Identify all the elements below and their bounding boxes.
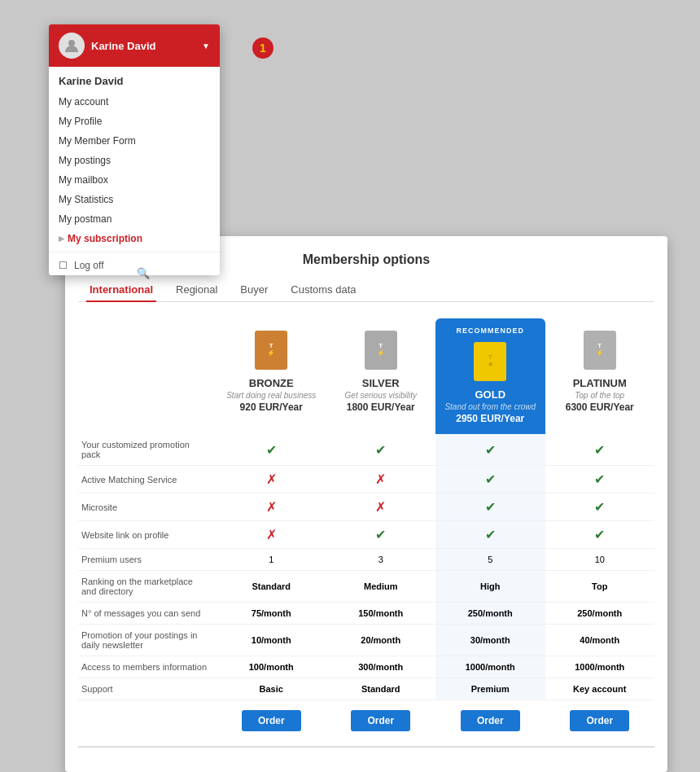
main-container: oducts? 🔍 1 Karine David ▼ Karine David … bbox=[0, 0, 700, 73]
avatar bbox=[59, 33, 85, 59]
silver-icon: T⚡ bbox=[361, 328, 400, 372]
feature-val-silver-9: Standard bbox=[326, 678, 436, 700]
feature-val-gold-7: 30/month bbox=[435, 625, 545, 656]
feature-val-platinum-6: 250/month bbox=[545, 603, 655, 625]
feature-label-9: Support bbox=[78, 678, 217, 700]
order-cell-platinum: Order bbox=[545, 700, 655, 738]
feature-val-platinum-5: Top bbox=[545, 571, 655, 603]
feature-val-gold-1: ✔ bbox=[435, 466, 545, 493]
feature-val-bronze-5: Standard bbox=[217, 571, 326, 603]
feature-val-bronze-9: Basic bbox=[217, 678, 326, 700]
feature-label-2: Microsite bbox=[78, 493, 217, 521]
feature-label-5: Ranking on the marketplace and directory bbox=[78, 571, 217, 603]
gold-icon: T★ bbox=[470, 340, 510, 384]
order-button-platinum[interactable]: Order bbox=[570, 710, 629, 731]
order-cell-gold: Order bbox=[435, 700, 545, 738]
feature-val-silver-3: ✔ bbox=[326, 521, 436, 549]
menu-item-my-profile[interactable]: My Profile bbox=[49, 112, 220, 131]
search-icon[interactable]: 🔍 bbox=[137, 267, 150, 279]
feature-label-0: Your customized promotion pack bbox=[78, 434, 217, 466]
silver-price: 1800 EUR/Year bbox=[331, 401, 431, 413]
header-username: Karine David bbox=[91, 40, 195, 52]
menu-item-my-account[interactable]: My account bbox=[49, 92, 220, 112]
menu-item-my-subscription[interactable]: My subscription bbox=[49, 229, 220, 248]
feature-label-8: Access to members information bbox=[78, 656, 217, 678]
silver-box: T⚡ bbox=[365, 331, 397, 370]
feature-val-platinum-1: ✔ bbox=[545, 466, 655, 493]
feature-val-bronze-7: 10/month bbox=[217, 625, 326, 656]
feature-label-1: Active Matching Service bbox=[78, 466, 217, 493]
menu-item-my-postings[interactable]: My postings bbox=[49, 151, 220, 170]
bronze-name: BRONZE bbox=[221, 377, 322, 389]
panel-bottom-border bbox=[78, 746, 654, 748]
feature-val-bronze-4: 1 bbox=[217, 549, 326, 571]
tab-international[interactable]: International bbox=[86, 279, 156, 302]
feature-val-gold-4: 5 bbox=[435, 549, 545, 571]
feature-label-7: Promotion of your postings in daily news… bbox=[78, 625, 217, 656]
feature-label-6: N° of messages you can send bbox=[78, 603, 217, 625]
feature-val-bronze-0: ✔ bbox=[217, 434, 326, 466]
tabs-row: International Regional Buyer Customs dat… bbox=[78, 279, 654, 302]
plan-header-bronze: T⚡ BRONZE Start doing real business 920 … bbox=[217, 318, 326, 434]
gold-name: GOLD bbox=[440, 388, 540, 401]
menu-item-my-member-form[interactable]: My Member Form bbox=[49, 131, 220, 151]
gold-tagline: Stand out from the crowd bbox=[440, 402, 540, 411]
menu-item-my-postman[interactable]: My postman bbox=[49, 209, 220, 229]
gold-box: T★ bbox=[474, 342, 506, 381]
bronze-icon: T⚡ bbox=[252, 328, 291, 372]
feature-val-silver-1: ✗ bbox=[326, 466, 436, 493]
platinum-tagline: Top of the top bbox=[550, 391, 650, 400]
platinum-price: 6300 EUR/Year bbox=[550, 401, 650, 413]
order-button-gold[interactable]: Order bbox=[461, 710, 520, 731]
dropdown-menu-list: My account My Profile My Member Form My … bbox=[49, 92, 220, 275]
plans-label-spacer bbox=[78, 318, 217, 434]
feature-val-platinum-3: ✔ bbox=[545, 521, 655, 549]
dropdown-menu-card: Karine David ▼ Karine David My account M… bbox=[49, 24, 220, 275]
plan-header-platinum: T⚡ PLATINUM Top of the top 6300 EUR/Year bbox=[545, 318, 655, 434]
menu-item-log-off[interactable]: Log off bbox=[49, 256, 220, 275]
menu-divider bbox=[49, 252, 220, 252]
membership-panel: Membership options International Regiona… bbox=[65, 236, 667, 772]
dropdown-chevron-icon: ▼ bbox=[202, 42, 210, 50]
feature-val-gold-9: Premium bbox=[435, 678, 545, 700]
menu-item-my-statistics[interactable]: My Statistics bbox=[49, 190, 220, 209]
feature-val-gold-3: ✔ bbox=[435, 521, 545, 549]
order-cell-bronze: Order bbox=[217, 700, 326, 738]
platinum-icon: T⚡ bbox=[580, 328, 619, 372]
feature-val-silver-2: ✗ bbox=[326, 493, 436, 521]
feature-val-gold-2: ✔ bbox=[435, 493, 545, 521]
menu-item-my-mailbox[interactable]: My mailbox bbox=[49, 170, 220, 190]
tab-regional[interactable]: Regional bbox=[173, 279, 221, 302]
feature-val-silver-8: 300/month bbox=[326, 656, 436, 678]
tab-customs-data[interactable]: Customs data bbox=[287, 279, 359, 302]
order-button-bronze[interactable]: Order bbox=[242, 710, 301, 731]
feature-val-gold-0: ✔ bbox=[435, 434, 545, 466]
dropdown-display-name: Karine David bbox=[49, 67, 220, 92]
silver-tagline: Get serious visibility bbox=[331, 391, 431, 400]
recommended-badge: RECOMMENDED bbox=[440, 325, 540, 336]
feature-val-bronze-3: ✗ bbox=[217, 521, 326, 549]
feature-val-platinum-9: Key account bbox=[545, 678, 655, 700]
plan-header-gold: RECOMMENDED T★ GOLD Stand out from the c… bbox=[435, 318, 545, 434]
gold-price: 2950 EUR/Year bbox=[440, 413, 540, 424]
feature-label-3: Website link on profile bbox=[78, 521, 217, 549]
feature-val-platinum-7: 40/month bbox=[545, 625, 655, 656]
svg-point-0 bbox=[68, 40, 75, 46]
tab-buyer[interactable]: Buyer bbox=[237, 279, 271, 302]
feature-label-4: Premium users bbox=[78, 549, 217, 571]
bronze-box: T⚡ bbox=[255, 331, 287, 370]
feature-val-silver-7: 20/month bbox=[326, 625, 436, 656]
dropdown-header[interactable]: Karine David ▼ bbox=[49, 24, 220, 67]
order-label-spacer bbox=[78, 700, 217, 738]
feature-val-silver-5: Medium bbox=[326, 571, 436, 603]
bronze-tagline: Start doing real business bbox=[221, 391, 322, 400]
plans-grid: T⚡ BRONZE Start doing real business 920 … bbox=[78, 318, 654, 738]
feature-val-platinum-4: 10 bbox=[545, 549, 655, 571]
order-button-silver[interactable]: Order bbox=[351, 710, 410, 731]
order-cell-silver: Order bbox=[326, 700, 436, 738]
feature-val-gold-5: High bbox=[435, 571, 545, 603]
feature-val-platinum-2: ✔ bbox=[545, 493, 655, 521]
platinum-name: PLATINUM bbox=[550, 377, 650, 389]
feature-val-platinum-0: ✔ bbox=[545, 434, 655, 466]
feature-val-platinum-8: 1000/month bbox=[545, 656, 655, 678]
